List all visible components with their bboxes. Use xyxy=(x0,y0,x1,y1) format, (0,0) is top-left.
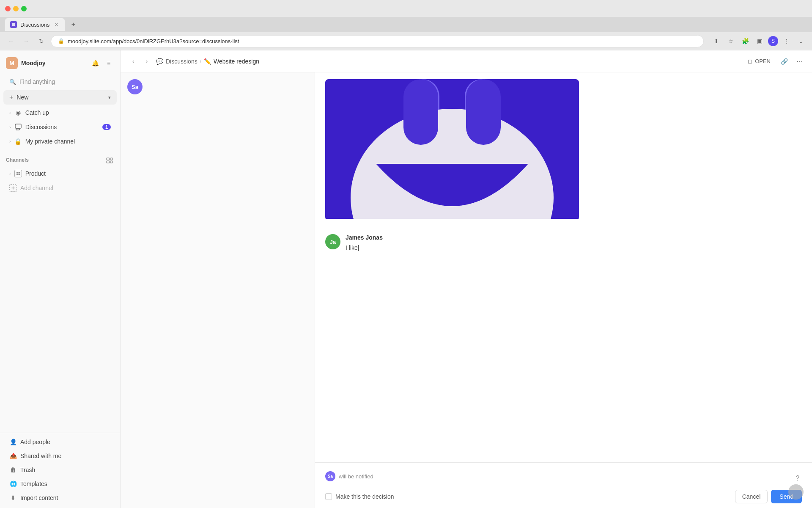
traffic-lights xyxy=(5,6,27,11)
sidebar-item-discussions[interactable]: › Discussions 1 xyxy=(3,120,117,134)
close-button[interactable] xyxy=(5,6,11,11)
import-icon: ⬇ xyxy=(9,494,17,502)
catch-up-icon: ◉ xyxy=(14,109,22,116)
svg-rect-10 xyxy=(18,174,20,176)
nav-back-button[interactable]: ‹ xyxy=(127,55,139,67)
sidebar-item-shared-with-me[interactable]: 📤 Shared with me xyxy=(3,449,117,463)
svg-rect-3 xyxy=(107,158,110,160)
message-area[interactable]: Ja James Jonas I like xyxy=(315,72,812,462)
new-button[interactable]: + New ▾ xyxy=(3,90,117,105)
chevron-right-icon: › xyxy=(9,124,11,130)
expand-icon[interactable]: ⌄ xyxy=(795,35,807,47)
trash-label: Trash xyxy=(20,467,111,473)
nav-forward-button[interactable]: › xyxy=(141,55,153,67)
commenter-avatar: Ja xyxy=(325,234,340,249)
sidebar-item-add-people[interactable]: 👤 Add people xyxy=(3,435,117,449)
discussions-breadcrumb-icon: 💬 xyxy=(156,58,163,65)
reply-footer: Make this the decision Cancel Send xyxy=(325,485,802,503)
chevron-down-icon: ▾ xyxy=(108,95,111,100)
add-people-label: Add people xyxy=(20,439,111,445)
sidebar-header: M Moodjoy 🔔 ≡ xyxy=(0,54,120,72)
add-channel-label: Add channel xyxy=(20,185,53,191)
text-cursor xyxy=(358,245,359,251)
shared-with-me-label: Shared with me xyxy=(20,453,111,459)
more-options-icon[interactable]: ⋯ xyxy=(793,55,805,67)
lock-icon: 🔒 xyxy=(58,38,64,44)
sidebar-item-my-private-channel[interactable]: › 🔒 My private channel xyxy=(3,135,117,148)
share-icon[interactable]: ⬆ xyxy=(710,35,722,47)
back-button[interactable]: ← xyxy=(5,35,17,47)
breadcrumb-current[interactable]: ✏️ Website redesign xyxy=(204,58,259,65)
sidebar-item-import-content[interactable]: ⬇ Import content xyxy=(3,491,117,505)
add-channel-icon[interactable] xyxy=(105,155,114,165)
discussion-panel: Sa xyxy=(121,72,812,508)
comment-text: I like xyxy=(346,243,802,252)
notification-avatar: Sa xyxy=(325,471,335,481)
svg-rect-7 xyxy=(16,172,18,174)
templates-icon: 🌐 xyxy=(9,480,17,488)
comment-body: James Jonas I like xyxy=(346,234,802,252)
minimize-button[interactable] xyxy=(13,6,19,11)
sidebar-item-product[interactable]: › Product xyxy=(3,167,117,180)
discussions-badge: 1 xyxy=(102,124,111,130)
tab-close-button[interactable]: ✕ xyxy=(53,21,60,28)
browser-tab[interactable]: Discussions ✕ xyxy=(5,18,65,31)
open-button[interactable]: ◻ OPEN xyxy=(743,55,775,67)
workspace-icon: M xyxy=(6,57,18,69)
sidebar-item-catch-up[interactable]: › ◉ Catch up xyxy=(3,106,117,119)
address-bar[interactable]: 🔒 moodjoy.slite.com/app/docs/0niDiRZGErh… xyxy=(51,35,704,47)
right-panel: Ja James Jonas I like S xyxy=(315,72,812,508)
maximize-button[interactable] xyxy=(21,6,27,11)
search-bar[interactable]: 🔍 Find anything xyxy=(3,76,117,88)
breadcrumb: 💬 Discussions / ✏️ Website redesign xyxy=(156,58,740,65)
channels-section-header: Channels xyxy=(0,152,120,166)
sidebar-item-templates[interactable]: 🌐 Templates xyxy=(3,477,117,491)
checkbox-input[interactable] xyxy=(325,493,332,500)
new-tab-button[interactable]: + xyxy=(68,19,78,30)
workspace-name: Moodjoy xyxy=(21,60,86,66)
add-people-icon: 👤 xyxy=(9,438,17,446)
svg-rect-15 xyxy=(403,79,438,145)
extension-icon[interactable]: 🧩 xyxy=(739,35,751,47)
product-label: Product xyxy=(25,170,111,177)
decision-checkbox[interactable]: Make this the decision xyxy=(325,493,394,500)
svg-rect-8 xyxy=(18,172,20,174)
reply-area: Sa will be notified Make this the decisi… xyxy=(315,462,812,508)
notifications-icon[interactable]: 🔔 xyxy=(90,58,101,69)
sidebar-toggle-icon[interactable]: ▣ xyxy=(754,35,765,47)
product-channel-icon xyxy=(14,170,22,177)
edit-breadcrumb-icon: ✏️ xyxy=(204,58,211,65)
sidebar-item-trash[interactable]: 🗑 Trash xyxy=(3,463,117,477)
cancel-button[interactable]: Cancel xyxy=(735,490,768,503)
svg-rect-2 xyxy=(16,128,19,130)
main-content: ‹ › 💬 Discussions / ✏️ Website redesign … xyxy=(121,50,812,508)
sender-avatar: Sa xyxy=(127,79,143,94)
tab-favicon xyxy=(10,21,17,28)
forward-button[interactable]: → xyxy=(20,35,32,47)
add-channel-button[interactable]: Add channel xyxy=(3,181,117,195)
reload-button[interactable]: ↻ xyxy=(36,35,47,47)
menu-icon[interactable]: ⋮ xyxy=(781,35,793,47)
link-icon[interactable]: 🔗 xyxy=(778,55,790,67)
chevron-right-icon: › xyxy=(9,139,11,144)
sidebar: M Moodjoy 🔔 ≡ 🔍 Find anything + New ▾ › … xyxy=(0,50,121,508)
user-icon[interactable]: S xyxy=(768,36,778,46)
search-icon: 🔍 xyxy=(9,79,16,85)
left-panel: Sa xyxy=(121,72,315,508)
open-button-label: OPEN xyxy=(755,58,771,64)
image-message xyxy=(325,79,802,221)
breadcrumb-parent[interactable]: 💬 Discussions xyxy=(156,58,198,65)
notification-text: will be notified xyxy=(339,473,373,480)
help-icon[interactable]: ? xyxy=(793,474,802,483)
templates-label: Templates xyxy=(20,480,111,487)
bookmark-icon[interactable]: ☆ xyxy=(725,35,737,47)
search-placeholder: Find anything xyxy=(19,78,55,85)
svg-rect-5 xyxy=(110,158,112,160)
new-button-label: New xyxy=(16,94,105,101)
collapse-icon[interactable]: ≡ xyxy=(103,58,114,69)
chevron-right-icon: › xyxy=(9,171,11,176)
svg-rect-16 xyxy=(466,79,501,145)
svg-point-0 xyxy=(12,23,15,26)
discussions-icon xyxy=(14,123,22,131)
add-channel-plus-icon xyxy=(9,184,17,192)
